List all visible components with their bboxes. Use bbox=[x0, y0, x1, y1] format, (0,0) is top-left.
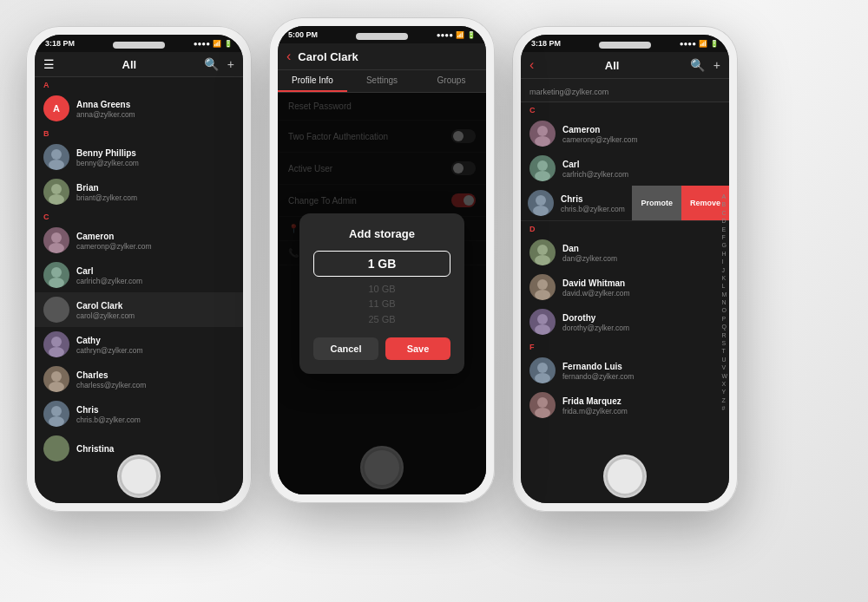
avatar-carl-r bbox=[529, 155, 556, 181]
avatar-cathy bbox=[43, 331, 69, 357]
name-frida: Frida Marquez bbox=[562, 396, 720, 407]
info-cameron-l: Cameron cameronp@zylker.com bbox=[76, 231, 234, 251]
name-cameron-r: Cameron bbox=[562, 124, 720, 135]
status-icons-left: ●●●● 📶 🔋 bbox=[194, 40, 233, 48]
avatar-david bbox=[529, 274, 556, 300]
phone-left: 3:18 PM ●●●● 📶 🔋 ☰ All 🔍 + A bbox=[26, 26, 252, 512]
contact-cameron-r[interactable]: Cameron cameronp@zylker.com bbox=[521, 116, 729, 151]
back-btn-right[interactable]: ‹ bbox=[529, 57, 534, 73]
name-anna: Anna Greens bbox=[76, 99, 234, 110]
phone-right-screen: 3:18 PM ●●●● 📶 🔋 ‹ All 🔍 + marketing@zyl… bbox=[521, 35, 729, 503]
contact-chris-l[interactable]: Chris chris.b@zylker.com bbox=[35, 396, 243, 431]
detail-content-center: Add storage 1 GB 10 GB 11 GB 25 GB Cance… bbox=[278, 93, 486, 494]
contact-benny[interactable]: Benny Phillips benny@zylker.com bbox=[35, 140, 243, 174]
contact-dorothy[interactable]: Dorothy dorothy@zylker.com bbox=[521, 304, 729, 339]
name-dorothy: Dorothy bbox=[562, 312, 720, 324]
avatar-christina bbox=[43, 435, 69, 461]
app-header-right: ‹ All 🔍 + bbox=[521, 52, 729, 79]
svg-point-19 bbox=[533, 206, 549, 216]
search-icon-left[interactable]: 🔍 bbox=[204, 57, 219, 71]
contact-fernando[interactable]: Fernando Luis fernando@zylker.com bbox=[521, 353, 729, 388]
svg-point-24 bbox=[537, 314, 548, 324]
avatar-charles bbox=[43, 366, 69, 392]
save-button[interactable]: Save bbox=[385, 337, 450, 360]
phone-left-screen: 3:18 PM ●●●● 📶 🔋 ☰ All 🔍 + A bbox=[35, 35, 243, 503]
marketing-email: marketing@zylker.com bbox=[529, 88, 608, 96]
phone-center-screen: 5:00 PM ●●●● 📶 🔋 ‹ Carol Clark Profile I… bbox=[278, 26, 486, 494]
contact-chris-r[interactable]: Chris chris.b@zylker.com bbox=[521, 186, 632, 220]
contact-charles[interactable]: Charles charless@zylker.com bbox=[35, 362, 243, 396]
email-dorothy: dorothy@zylker.com bbox=[562, 324, 720, 332]
info-charles: Charles charless@zylker.com bbox=[76, 370, 234, 389]
svg-point-12 bbox=[51, 406, 62, 416]
header-title-right: All bbox=[605, 59, 620, 72]
name-fernando: Fernando Luis bbox=[562, 361, 720, 372]
info-dorothy: Dorothy dorothy@zylker.com bbox=[562, 312, 720, 332]
avatar-anna: A bbox=[43, 95, 69, 121]
battery-icon-center: 🔋 bbox=[467, 31, 476, 39]
add-icon-left[interactable]: + bbox=[227, 57, 234, 71]
svg-point-4 bbox=[51, 232, 62, 243]
back-button-center[interactable]: ‹ bbox=[286, 49, 291, 64]
svg-point-17 bbox=[535, 171, 550, 181]
svg-point-18 bbox=[536, 195, 546, 206]
marketing-email-bar: marketing@zylker.com bbox=[521, 79, 729, 102]
email-chris-l: chris.b@zylker.com bbox=[76, 416, 234, 424]
info-carl-r: Carl carlrich@zylker.com bbox=[562, 159, 720, 179]
add-icon-right[interactable]: + bbox=[713, 58, 720, 72]
contact-frida[interactable]: Frida Marquez frida.m@zylker.com bbox=[521, 388, 729, 422]
svg-point-8 bbox=[51, 337, 62, 347]
contact-david[interactable]: David Whitman david.w@zylker.com bbox=[521, 270, 729, 304]
header-actions-right: 🔍 + bbox=[690, 58, 720, 72]
storage-option-11gb[interactable]: 11 GB bbox=[313, 297, 450, 312]
info-dan: Dan dan@zylker.com bbox=[562, 243, 720, 263]
email-david: david.w@zylker.com bbox=[562, 289, 720, 298]
contact-carl-r[interactable]: Carl carlrich@zylker.com bbox=[521, 151, 729, 186]
contact-carol[interactable]: Carol Clark carol@zylker.com bbox=[35, 292, 243, 327]
contact-anna[interactable]: A Anna Greens anna@zylker.com bbox=[35, 91, 243, 126]
name-chris-l: Chris bbox=[76, 404, 234, 416]
app-header-left: ☰ All 🔍 + bbox=[35, 52, 243, 77]
contact-carl-l[interactable]: Carl carlrich@zylker.com bbox=[35, 258, 243, 292]
storage-option-10gb[interactable]: 10 GB bbox=[313, 282, 450, 298]
promote-button[interactable]: Promote bbox=[632, 186, 681, 220]
email-fernando: fernando@zylker.com bbox=[562, 372, 720, 381]
wifi-icon-right: 📶 bbox=[699, 40, 707, 48]
section-a-left: A bbox=[35, 77, 243, 91]
svg-point-11 bbox=[49, 382, 64, 392]
storage-selected: 1 GB bbox=[325, 257, 439, 271]
name-dan: Dan bbox=[562, 243, 720, 254]
contact-brian[interactable]: Brian briant@zylker.com bbox=[35, 174, 243, 209]
contact-cameron-l[interactable]: Cameron cameronp@zylker.com bbox=[35, 223, 243, 258]
battery-icon-left: 🔋 bbox=[224, 40, 233, 48]
search-icon-right[interactable]: 🔍 bbox=[690, 58, 705, 72]
contact-christina[interactable]: Christina bbox=[35, 431, 243, 466]
svg-point-15 bbox=[535, 136, 550, 147]
contact-dan[interactable]: Dan dan@zylker.com bbox=[521, 235, 729, 270]
info-david: David Whitman david.w@zylker.com bbox=[562, 278, 720, 298]
tab-profile-info[interactable]: Profile Info bbox=[278, 70, 347, 92]
svg-point-23 bbox=[535, 290, 550, 300]
storage-option-25gb[interactable]: 25 GB bbox=[313, 312, 450, 328]
svg-point-28 bbox=[537, 397, 548, 408]
menu-icon-left[interactable]: ☰ bbox=[43, 57, 55, 71]
tab-settings[interactable]: Settings bbox=[347, 70, 417, 92]
name-brian: Brian bbox=[76, 182, 234, 193]
status-bar-left: 3:18 PM ●●●● 📶 🔋 bbox=[35, 35, 243, 52]
svg-point-27 bbox=[535, 373, 550, 383]
tab-groups[interactable]: Groups bbox=[417, 70, 486, 92]
wifi-icon-center: 📶 bbox=[456, 31, 464, 39]
info-cathy: Cathy cathryn@zylker.com bbox=[76, 335, 234, 355]
info-carl-l: Carl carlrich@zylker.com bbox=[76, 265, 234, 285]
avatar-dorothy bbox=[529, 309, 556, 335]
signal-icon-left: ●●●● bbox=[194, 40, 210, 48]
contact-chris-r-wrapper: Chris chris.b@zylker.com Promote Remove bbox=[521, 186, 729, 221]
status-bar-center: 5:00 PM ●●●● 📶 🔋 bbox=[278, 26, 486, 43]
email-brian: briant@zylker.com bbox=[76, 193, 234, 202]
storage-picker[interactable]: 1 GB bbox=[313, 251, 450, 277]
name-carol: Carol Clark bbox=[76, 300, 234, 311]
cancel-button[interactable]: Cancel bbox=[313, 337, 378, 360]
avatar-cameron-l bbox=[43, 227, 69, 253]
contact-cathy[interactable]: Cathy cathryn@zylker.com bbox=[35, 327, 243, 362]
name-chris-r: Chris bbox=[561, 193, 625, 205]
